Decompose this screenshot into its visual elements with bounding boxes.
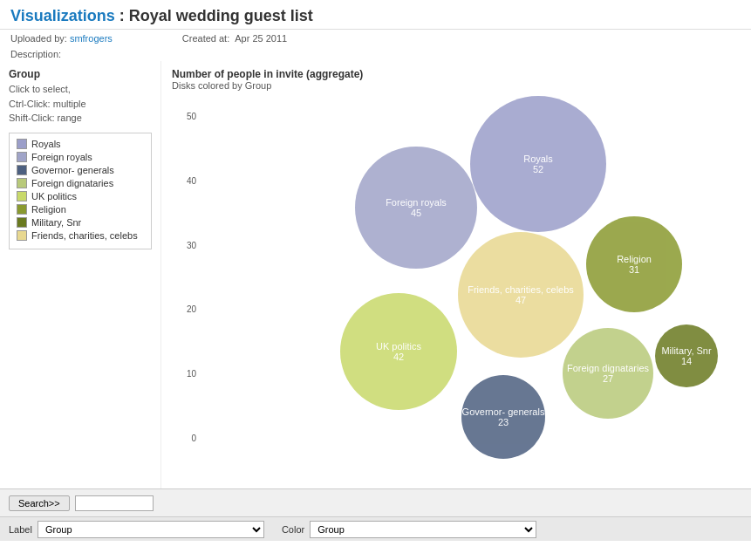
- bubble-value: 27: [603, 373, 613, 384]
- user-link[interactable]: smfrogers: [70, 33, 113, 44]
- label-label: Label: [9, 524, 32, 535]
- bubble-value: 14: [681, 356, 692, 366]
- legend-swatch: [17, 165, 27, 175]
- y-axis-tick: 40: [187, 176, 196, 186]
- color-selector: Color Group: [282, 521, 536, 538]
- bubble[interactable]: UK politics42: [340, 293, 457, 410]
- bubble-value: 42: [393, 352, 404, 362]
- search-button[interactable]: Search>>: [9, 495, 70, 511]
- search-input[interactable]: [75, 495, 154, 511]
- title-bar: Visualizations : Royal wedding guest lis…: [0, 0, 751, 30]
- legend-swatch: [17, 204, 27, 215]
- legend-item-label: Friends, charities, celebs: [31, 230, 138, 241]
- y-axis-tick: 10: [187, 369, 196, 379]
- legend-item[interactable]: UK politics: [17, 191, 144, 201]
- legend-swatch: [17, 191, 27, 201]
- bubble-label: UK politics: [376, 341, 421, 352]
- legend-swatch: [17, 139, 27, 149]
- legend-swatch: [17, 230, 27, 241]
- main-content: Group Click to select, Ctrl-Click: multi…: [0, 61, 751, 488]
- legend-item[interactable]: Governor- generals: [17, 165, 144, 175]
- bubble-label: Foreign dignataries: [567, 363, 649, 373]
- bottom-bar: Search>>: [0, 488, 751, 516]
- label-selector: Label Group: [9, 521, 264, 538]
- instructions: Click to select, Ctrl-Click: multiple Sh…: [9, 82, 152, 126]
- footer-bar: Label Group Color Group: [0, 516, 751, 541]
- legend-item-label: Foreign dignataries: [31, 178, 113, 188]
- legend-item-label: UK politics: [31, 191, 77, 201]
- page-title: : Royal wedding guest list: [115, 7, 313, 24]
- description-row: Description:: [0, 47, 751, 61]
- y-axis-tick: 0: [191, 434, 196, 443]
- y-axis-tick: 50: [187, 112, 196, 121]
- legend-item[interactable]: Royals: [17, 139, 144, 149]
- bubble-label: Military, Snr: [661, 345, 711, 356]
- legend-item-label: Governor- generals: [31, 165, 114, 175]
- legend-item[interactable]: Religion: [17, 204, 144, 215]
- chart-area: Number of people in invite (aggregate) D…: [161, 61, 751, 488]
- left-panel: Group Click to select, Ctrl-Click: multi…: [0, 61, 161, 488]
- legend-item[interactable]: Military, Snr: [17, 217, 144, 228]
- legend-item[interactable]: Foreign royals: [17, 152, 144, 162]
- legend-item[interactable]: Foreign dignataries: [17, 178, 144, 188]
- chart-subtitle: Disks colored by Group: [172, 80, 741, 91]
- chart-title: Number of people in invite (aggregate): [172, 68, 741, 80]
- y-axis: 50403020100: [172, 112, 196, 443]
- bubble-value: 23: [498, 417, 509, 427]
- bubble-value: 52: [533, 164, 543, 174]
- legend-item-label: Military, Snr: [31, 217, 81, 228]
- group-label: Group: [9, 68, 152, 80]
- bubble[interactable]: Foreign royals45: [355, 147, 477, 269]
- meta-bar: Uploaded by: smfrogers Created at: Apr 2…: [0, 30, 751, 47]
- legend-swatch: [17, 217, 27, 228]
- legend-swatch: [17, 178, 27, 188]
- legend-item[interactable]: Friends, charities, celebs: [17, 230, 144, 241]
- bubble-label: Governor- generals: [462, 406, 545, 417]
- bubble[interactable]: Friends, charities, celebs47: [458, 232, 584, 358]
- bubble-value: 45: [411, 208, 421, 218]
- color-select[interactable]: Group: [310, 521, 536, 538]
- bubble[interactable]: Military, Snr14: [655, 324, 718, 387]
- legend-item-label: Royals: [31, 139, 61, 149]
- created-at: Created at: Apr 25 2011: [182, 33, 287, 44]
- bubble-label: Royals: [523, 154, 553, 164]
- bubble-label: Religion: [617, 254, 652, 264]
- bubble-container: Royals52Foreign royals45Friends, chariti…: [198, 94, 751, 461]
- color-label: Color: [282, 524, 304, 535]
- bubble[interactable]: Religion31: [586, 216, 682, 312]
- bubble-value: 47: [515, 295, 526, 305]
- legend-item-label: Religion: [31, 204, 66, 215]
- y-axis-tick: 30: [187, 241, 196, 250]
- vis-label: Visualizations: [10, 7, 115, 24]
- bubble-label: Foreign royals: [386, 197, 447, 208]
- label-select[interactable]: Group: [38, 521, 264, 538]
- bubble-value: 31: [629, 264, 639, 275]
- y-axis-tick: 20: [187, 304, 196, 314]
- legend-item-label: Foreign royals: [31, 152, 92, 162]
- bubble[interactable]: Royals52: [470, 96, 606, 232]
- uploaded-by: Uploaded by: smfrogers: [10, 33, 113, 44]
- legend-box: RoyalsForeign royalsGovernor- generalsFo…: [9, 133, 152, 249]
- bubble-label: Friends, charities, celebs: [468, 284, 574, 295]
- bubble[interactable]: Foreign dignataries27: [563, 328, 653, 419]
- legend-swatch: [17, 152, 27, 162]
- bubble[interactable]: Governor- generals23: [461, 375, 545, 459]
